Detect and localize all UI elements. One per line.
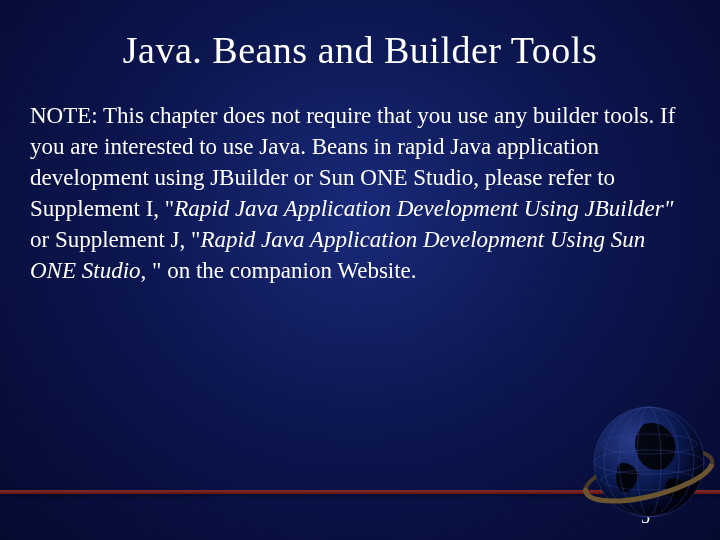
slide-body: NOTE: This chapter does not require that… xyxy=(28,100,692,286)
body-italic-1: Rapid Java Application Development Using… xyxy=(174,196,673,221)
body-text-part-3: , " on the companion Website. xyxy=(141,258,417,283)
slide-title: Java. Beans and Builder Tools xyxy=(28,28,692,72)
body-text-part-2: or Supplement J, " xyxy=(30,227,200,252)
slide: Java. Beans and Builder Tools NOTE: This… xyxy=(0,0,720,540)
globe-icon xyxy=(574,384,720,534)
